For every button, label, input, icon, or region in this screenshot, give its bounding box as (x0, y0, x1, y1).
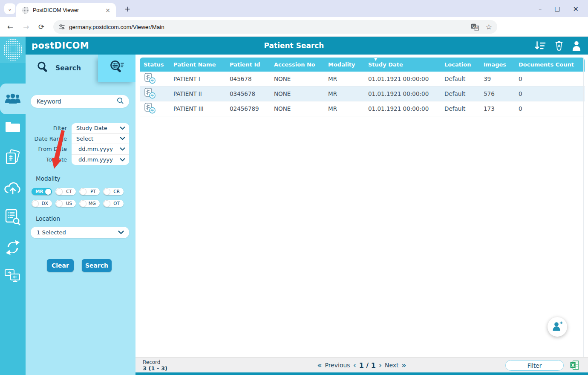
study-status-icon (144, 87, 156, 100)
sync-arrows-icon (5, 239, 21, 257)
reload-icon[interactable]: ⟳ (35, 17, 48, 37)
sidebar-item-folders[interactable] (0, 118, 26, 137)
modality-toggle-mg[interactable]: MG (79, 200, 100, 207)
to-date-dropdown[interactable]: dd.mm.yyyy (72, 155, 129, 165)
export-excel-icon[interactable]: X (570, 361, 579, 372)
app-header: postDICOM Patient Search (0, 37, 588, 55)
sidebar-item-share-screen[interactable] (0, 268, 26, 286)
cell-location: Default (441, 87, 480, 101)
modality-toggle-us[interactable]: US (55, 200, 76, 207)
location-value: 1 Selected (37, 229, 118, 236)
cell-patient-name: PATIENT III (170, 101, 226, 116)
to-date-label: To Date (26, 155, 67, 165)
next-arrow-icon[interactable]: › (379, 362, 382, 369)
col-location[interactable]: Location (441, 58, 480, 72)
window-controls: – □ × (539, 0, 588, 17)
modality-toggle-ot[interactable]: OT (103, 200, 124, 207)
table-header-row: Status Patient Name Patient Id Accession… (140, 58, 585, 72)
filter-dropdown[interactable]: Study Date (72, 123, 129, 134)
new-tab-button[interactable]: + (122, 4, 133, 14)
site-info-icon[interactable] (58, 23, 65, 30)
keyword-magnifier-icon[interactable] (117, 97, 124, 106)
url-text[interactable]: germany.postdicom.com/Viewer/Main (69, 24, 471, 30)
cell-study-date: 01.01.1921 00:00:00 (364, 87, 441, 101)
toggle-knob (80, 189, 86, 195)
cell-patient-name: PATIENT I (170, 72, 226, 86)
user-account-icon[interactable] (572, 40, 581, 51)
col-status[interactable]: Status (140, 58, 170, 72)
table-row[interactable]: PATIENT I 045678 NONE MR 01.01.1921 00:0… (140, 72, 585, 87)
modality-toggle-cr[interactable]: CR (103, 188, 124, 195)
back-icon[interactable]: ← (4, 17, 17, 37)
sidebar-item-sync[interactable] (0, 239, 26, 257)
col-images[interactable]: Images (480, 58, 515, 72)
toggle-knob (104, 201, 110, 207)
cell-images: 576 (480, 87, 515, 101)
filter-button[interactable]: Filter (505, 360, 564, 371)
toggle-knob (56, 189, 62, 195)
search-tab-label: Search (55, 64, 81, 72)
site-favicon-icon (22, 7, 29, 14)
add-person-icon (552, 320, 563, 333)
toggle-knob (104, 189, 110, 195)
last-page-icon[interactable]: » (402, 362, 406, 369)
sidebar-item-upload[interactable] (0, 179, 26, 198)
tab-close-icon[interactable]: × (104, 7, 112, 14)
col-documents-count[interactable]: Documents Count (515, 58, 585, 72)
previous-page-button[interactable]: Previous (325, 362, 350, 369)
first-page-icon[interactable]: « (317, 362, 322, 369)
cell-modality: MR (324, 101, 364, 116)
sidebar-item-studies[interactable] (0, 149, 26, 168)
cell-documents-count: 0 (515, 101, 585, 116)
date-range-dropdown[interactable]: Select (72, 134, 129, 144)
modality-toggles-row-1: MR CT PT CR (32, 188, 130, 195)
col-accession-no[interactable]: Accession No (270, 58, 324, 72)
sidebar-item-patient-search[interactable] (0, 84, 26, 114)
app-logo-tile (0, 37, 26, 63)
from-date-dropdown[interactable]: dd.mm.yyyy (72, 144, 129, 155)
add-patient-fab[interactable] (548, 317, 567, 337)
chevron-down-icon (120, 158, 125, 162)
keyword-input[interactable] (37, 98, 117, 105)
search-button[interactable]: Search (82, 259, 112, 272)
col-modality[interactable]: Modality (324, 58, 364, 72)
col-study-date[interactable]: ▼Study Date (364, 58, 441, 72)
cell-patient-id: 0345678 (226, 87, 270, 101)
close-icon[interactable]: × (573, 5, 579, 13)
keyword-search-box (31, 95, 129, 108)
modality-toggle-mr[interactable]: MR (32, 188, 52, 195)
url-bar[interactable]: germany.postdicom.com/Viewer/Main G A ☆ (53, 20, 497, 34)
minimize-icon[interactable]: – (539, 5, 542, 12)
tab-basic-search[interactable]: Search (26, 55, 98, 82)
table-row[interactable]: PATIENT III 02456789 NONE MR 01.01.1921 … (140, 101, 585, 116)
col-patient-name[interactable]: Patient Name (170, 58, 226, 72)
cell-study-date: 01.01.1921 00:00:00 (364, 101, 441, 116)
translate-icon[interactable]: G A (471, 23, 479, 31)
modality-toggle-ct[interactable]: CT (55, 188, 76, 195)
trash-icon[interactable] (554, 40, 564, 51)
bottom-accent-strip (135, 372, 588, 375)
next-page-button[interactable]: Next (385, 362, 399, 369)
location-dropdown[interactable]: 1 Selected (31, 227, 129, 238)
cell-modality: MR (324, 72, 364, 86)
prev-arrow-icon[interactable]: ‹ (353, 362, 356, 369)
modality-label: Modality (36, 175, 61, 182)
download-queue-icon[interactable] (534, 40, 546, 51)
modality-toggle-dx[interactable]: DX (32, 200, 52, 207)
search-panel: Search (26, 55, 135, 375)
modality-toggle-pt[interactable]: PT (79, 188, 100, 195)
chevron-down-icon (120, 127, 125, 130)
clear-button[interactable]: Clear (47, 259, 74, 272)
browser-tab[interactable]: PostDICOM Viewer × (16, 3, 116, 17)
folder-icon (5, 121, 20, 134)
date-range-value: Select (76, 136, 120, 142)
chevron-down-icon (120, 137, 125, 140)
bookmark-star-icon[interactable]: ☆ (486, 23, 492, 31)
maximize-icon[interactable]: □ (554, 5, 560, 12)
tab-advanced-search[interactable] (98, 55, 135, 82)
col-patient-id[interactable]: Patient Id (226, 58, 270, 72)
forward-icon[interactable]: → (20, 17, 32, 37)
tab-search-chevron-icon[interactable]: ⌄ (4, 3, 15, 14)
sidebar-item-order-list[interactable] (0, 209, 26, 228)
table-row[interactable]: PATIENT II 0345678 NONE MR 01.01.1921 00… (140, 87, 585, 101)
